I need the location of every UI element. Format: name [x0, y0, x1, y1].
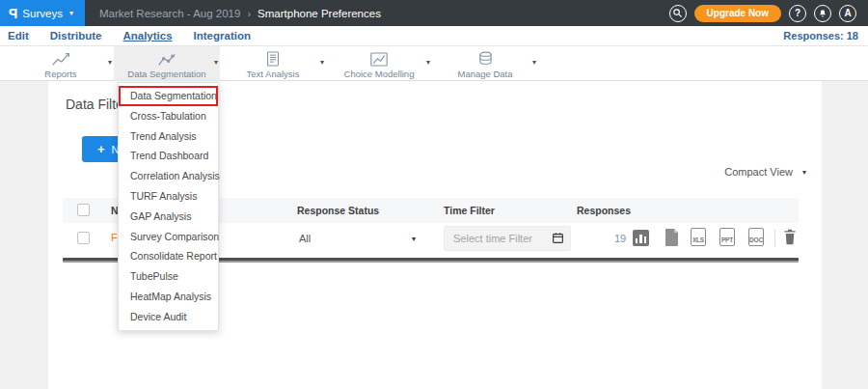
search-icon — [672, 8, 683, 18]
survey-nav: Edit Distribute Analytics Integration Re… — [0, 26, 868, 46]
segmentation-chart-icon — [157, 51, 176, 67]
chevron-down-icon[interactable]: ▾ — [108, 58, 112, 67]
view-report-chart-icon[interactable] — [633, 230, 649, 246]
menu-item-consolidate-report[interactable]: Consolidate Report — [119, 246, 218, 266]
chevron-down-icon[interactable]: ▾ — [320, 58, 324, 67]
menu-item-trend-dashboard[interactable]: Trend Dashboard — [119, 146, 218, 166]
help-button[interactable]: ? — [789, 5, 806, 22]
calendar-icon[interactable] — [552, 231, 564, 248]
line-chart-icon — [51, 51, 70, 67]
bell-icon — [818, 9, 827, 18]
chevron-down-icon: ▾ — [802, 168, 806, 177]
plus-icon: + — [97, 142, 105, 156]
menu-item-data-segmentation[interactable]: Data Segmentation — [119, 86, 218, 106]
chevron-down-icon[interactable]: ▾ — [214, 58, 218, 67]
ppt-export-icon[interactable]: PPT — [719, 228, 735, 246]
text-document-icon — [266, 51, 280, 67]
breadcrumb-current: Smartphone Preferences — [258, 8, 381, 19]
data-segmentation-menu: Data Segmentation Cross-Tabulation Trend… — [118, 82, 219, 331]
breadcrumb-parent[interactable]: Market Research - Aug 2019 — [99, 8, 240, 19]
nav-item-edit[interactable]: Edit — [8, 30, 29, 42]
menu-item-gap-analysis[interactable]: GAP Analysis — [119, 207, 218, 227]
document-export-icon[interactable] — [665, 229, 679, 250]
notifications-button[interactable] — [814, 5, 831, 22]
chevron-down-icon: ▾ — [69, 9, 73, 17]
doc-export-icon[interactable]: DOC — [748, 228, 764, 246]
divider — [774, 230, 775, 247]
toolbar-item-reports[interactable]: Reports ▾ — [8, 46, 114, 81]
chevron-down-icon[interactable]: ▾ — [532, 58, 536, 67]
responses-count-label: Responses: 18 — [783, 30, 860, 42]
delete-filter-button[interactable] — [783, 229, 797, 249]
menu-item-trend-analysis[interactable]: Trend Analysis — [119, 126, 218, 147]
menu-item-survey-comparison[interactable]: Survey Comparison — [119, 227, 218, 247]
search-button[interactable] — [669, 5, 687, 22]
menu-item-cross-tabulation[interactable]: Cross-Tabulation — [119, 106, 218, 126]
compact-view-label: Compact View — [724, 166, 793, 178]
chevron-down-icon[interactable]: ▾ — [426, 58, 430, 67]
column-header-response-status: Response Status — [297, 205, 379, 216]
upgrade-now-button[interactable]: Upgrade Now — [694, 5, 781, 22]
toolbar-item-choice-modelling[interactable]: Choice Modelling ▾ — [326, 46, 432, 81]
row-responses-count: 19 — [609, 233, 632, 244]
choice-chart-icon — [370, 51, 388, 67]
breadcrumb: Market Research - Aug 2019 › Smartphone … — [99, 8, 381, 19]
analytics-toolbar: Reports ▾ Data Segmentation ▾ Text Analy… — [0, 46, 868, 81]
select-all-checkbox[interactable] — [77, 204, 90, 216]
chevron-down-icon[interactable]: ▾ — [412, 235, 416, 243]
product-label: Surveys — [22, 8, 63, 19]
compact-view-dropdown[interactable]: Compact View ▾ — [724, 166, 806, 178]
app-window: P Surveys ▾ Market Research - Aug 2019 ›… — [0, 0, 868, 389]
nav-item-integration[interactable]: Integration — [194, 30, 251, 42]
column-header-time-filter: Time Filter — [444, 205, 495, 216]
toolbar-item-data-segmentation[interactable]: Data Segmentation ▾ — [114, 46, 220, 81]
column-header-responses: Responses — [577, 205, 631, 216]
avatar[interactable]: A — [839, 5, 856, 22]
breadcrumb-separator: › — [247, 8, 251, 19]
nav-item-analytics[interactable]: Analytics — [122, 30, 172, 42]
menu-item-tubepulse[interactable]: TubePulse — [119, 266, 218, 287]
surveys-product-menu[interactable]: P Surveys ▾ — [0, 0, 85, 26]
menu-item-turf-analysis[interactable]: TURF Analysis — [119, 186, 218, 207]
nav-item-distribute[interactable]: Distribute — [50, 30, 102, 42]
response-status-select[interactable]: All — [299, 233, 311, 244]
top-bar: P Surveys ▾ Market Research - Aug 2019 ›… — [0, 0, 868, 26]
trash-icon — [783, 229, 797, 245]
xls-export-icon[interactable]: XLS — [691, 228, 706, 246]
toolbar-item-manage-data[interactable]: Manage Data ▾ — [432, 46, 538, 81]
menu-item-device-audit[interactable]: Device Audit — [119, 307, 218, 327]
menu-item-correlation-analysis[interactable]: Correlation Analysis — [119, 166, 218, 186]
topbar-actions: Upgrade Now ? A — [669, 5, 868, 22]
menu-item-heatmap-analysis[interactable]: HeatMap Analysis — [119, 287, 218, 307]
questionpro-logo-icon: P — [9, 6, 17, 21]
toolbar-item-text-analysis[interactable]: Text Analysis ▾ — [220, 46, 326, 81]
row-checkbox[interactable] — [77, 232, 90, 244]
database-icon — [478, 51, 493, 67]
